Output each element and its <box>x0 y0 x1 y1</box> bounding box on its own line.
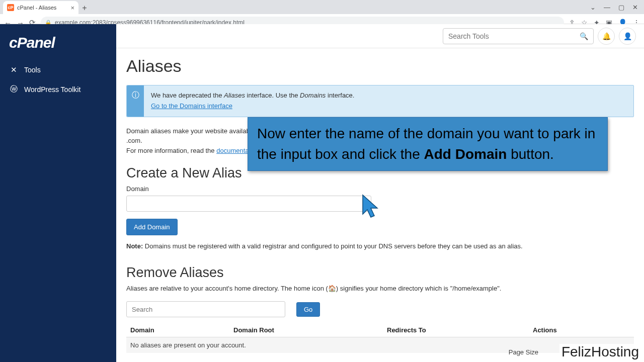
add-domain-button[interactable]: Add Domain <box>126 219 178 235</box>
sidebar-item-wordpress[interactable]: ⓦ WordPress Toolkit <box>0 79 116 99</box>
notifications-button[interactable]: 🔔 <box>598 28 615 45</box>
cursor-icon <box>361 194 379 219</box>
new-tab-button[interactable]: + <box>78 2 91 14</box>
app-frame: cPanel ✕ Tools ⓦ WordPress Toolkit 🔍 🔔 👤… <box>0 24 644 362</box>
chevron-down-icon[interactable]: ⌄ <box>590 4 596 11</box>
tab-title: cPanel - Aliases <box>17 5 56 11</box>
notice-text: We have deprecated the Aliases interface… <box>151 90 354 101</box>
domains-interface-link[interactable]: Go to the Domains interface <box>151 102 232 110</box>
remove-description: Aliases are relative to your account's h… <box>126 285 634 292</box>
tab-bar: cP cPanel - Aliases × + ⌄ — ▢ ✕ <box>0 0 644 14</box>
logo: cPanel <box>0 32 116 60</box>
col-domain-root: Domain Root <box>233 326 387 334</box>
go-button[interactable]: Go <box>296 302 320 317</box>
search-tools[interactable]: 🔍 <box>443 28 594 44</box>
topbar: 🔍 🔔 👤 <box>116 24 644 48</box>
aliases-table: Domain Domain Root Redirects To Actions … <box>126 323 634 353</box>
home-icon: 🏠 <box>328 285 336 292</box>
search-icon: 🔍 <box>580 32 588 40</box>
minimize-icon[interactable]: — <box>604 4 610 11</box>
favicon-icon: cP <box>7 4 14 11</box>
main-area: 🔍 🔔 👤 Aliases ⓘ We have deprecated the A… <box>116 24 644 362</box>
window-controls: ⌄ — ▢ ✕ <box>590 0 644 14</box>
watermark: FelizHosting <box>559 344 641 360</box>
search-input[interactable] <box>448 32 580 40</box>
maximize-icon[interactable]: ▢ <box>618 4 624 11</box>
col-redirects-to: Redirects To <box>387 326 533 334</box>
account-button[interactable]: 👤 <box>619 28 636 45</box>
svg-marker-0 <box>363 195 377 217</box>
browser-chrome: cP cPanel - Aliases × + ⌄ — ▢ ✕ ← → ⟳ 🔒 … <box>0 0 644 24</box>
wordpress-icon: ⓦ <box>9 84 18 94</box>
sidebar-item-label: Tools <box>24 66 41 74</box>
sidebar-item-tools[interactable]: ✕ Tools <box>0 60 116 79</box>
sidebar-item-label: WordPress Toolkit <box>24 85 80 94</box>
table-header: Domain Domain Root Redirects To Actions <box>126 323 634 337</box>
page-size-label: Page Size <box>509 348 538 356</box>
note-text: Note: Domains must be registered with a … <box>126 242 634 250</box>
alias-search-input[interactable] <box>126 301 285 317</box>
sidebar: cPanel ✕ Tools ⓦ WordPress Toolkit <box>0 24 116 362</box>
tutorial-callout: Now enter the name of the domain you wan… <box>248 117 608 171</box>
page-content: Aliases ⓘ We have deprecated the Aliases… <box>116 48 644 361</box>
info-icon: ⓘ <box>127 85 144 117</box>
col-actions: Actions <box>533 326 630 334</box>
close-window-icon[interactable]: ✕ <box>632 4 638 11</box>
close-icon[interactable]: × <box>70 4 74 12</box>
tools-icon: ✕ <box>9 65 18 74</box>
browser-tab[interactable]: cP cPanel - Aliases × <box>3 1 78 14</box>
domain-input[interactable] <box>126 196 371 212</box>
col-domain: Domain <box>130 326 233 334</box>
remove-aliases-heading: Remove Aliases <box>126 265 634 281</box>
empty-state: No aliases are present on your account. <box>126 337 634 353</box>
domain-label: Domain <box>126 185 634 193</box>
page-title: Aliases <box>126 56 634 76</box>
deprecation-notice: ⓘ We have deprecated the Aliases interfa… <box>126 85 634 117</box>
